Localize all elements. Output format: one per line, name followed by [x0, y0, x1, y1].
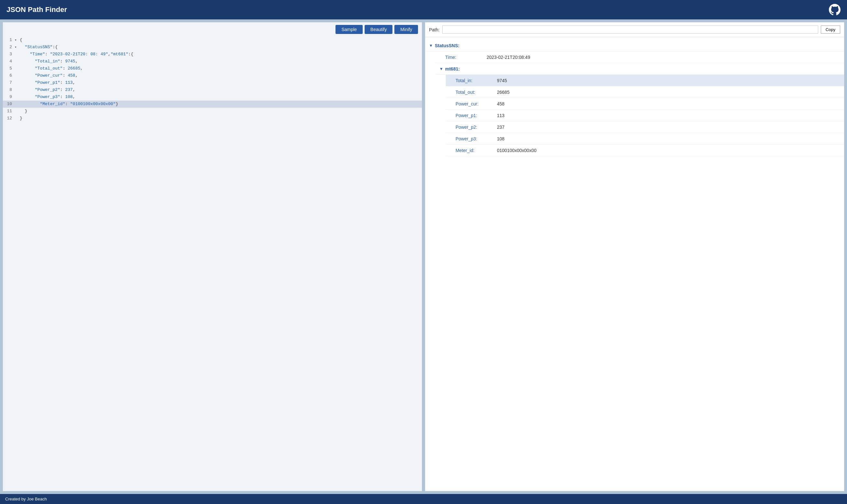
line-number: 12 — [3, 115, 15, 122]
tree-field-row[interactable]: Power_p1:113 — [446, 110, 844, 121]
line-content: { — [20, 37, 422, 44]
tree-value: 9745 — [494, 78, 507, 83]
tree-root-children: Time:2023-02-21T20:08:49▼mt681:Total_in:… — [425, 51, 844, 156]
tree-key: Total_in: — [455, 78, 494, 83]
line-number: 6 — [3, 72, 15, 79]
copy-button[interactable]: Copy — [821, 25, 840, 34]
line-content: } — [20, 115, 422, 122]
line-content: "Time": "2023-02-21T20: 08: 49","mt681":… — [20, 51, 422, 58]
line-number: 2 — [3, 44, 15, 51]
tree-key: Meter_id: — [455, 148, 494, 153]
code-line: 4 "Total_in": 9745, — [3, 58, 422, 65]
main-content: Sample Beautify Minify 1▾{2▾ "StatusSNS"… — [0, 19, 847, 494]
line-number: 10 — [3, 101, 15, 108]
code-line: 11 } — [3, 108, 422, 115]
tree-field-row[interactable]: Power_p2:237 — [446, 121, 844, 133]
line-toggle[interactable]: ▾ — [15, 44, 20, 51]
right-panel: Path: Copy ▼StatusSNS:Time:2023-02-21T20… — [425, 22, 844, 491]
toolbar: Sample Beautify Minify — [3, 22, 422, 37]
tree-field-row[interactable]: Power_p3:108 — [446, 133, 844, 145]
tree-key: Power_p2: — [455, 125, 494, 130]
github-icon[interactable] — [829, 4, 841, 16]
code-line: 10 "Meter_id": "0100100x00x00x00"} — [3, 101, 422, 108]
tree-toggle[interactable]: ▼ — [429, 43, 434, 48]
code-line: 8 "Power_p2": 237, — [3, 86, 422, 93]
code-editor[interactable]: 1▾{2▾ "StatusSNS":{3 "Time": "2023-02-21… — [3, 37, 422, 491]
code-line: 9 "Power_p3": 108, — [3, 93, 422, 101]
json-tree: ▼StatusSNS:Time:2023-02-21T20:08:49▼mt68… — [425, 37, 844, 491]
line-content: "Total_in": 9745, — [20, 58, 422, 65]
line-content: "Power_p2": 237, — [20, 86, 422, 93]
path-bar: Path: Copy — [425, 22, 844, 37]
line-content: } — [20, 108, 422, 115]
code-line: 3 "Time": "2023-02-21T20: 08: 49","mt681… — [3, 51, 422, 58]
line-number: 7 — [3, 79, 15, 86]
sample-button[interactable]: Sample — [336, 25, 362, 34]
app-header: JSON Path Finder — [0, 0, 847, 19]
line-number: 11 — [3, 108, 15, 115]
tree-field-row[interactable]: Total_out:26685 — [446, 86, 844, 98]
line-content: "Meter_id": "0100100x00x00x00"} — [20, 101, 422, 108]
line-content: "Power_cur": 458, — [20, 72, 422, 79]
minify-button[interactable]: Minify — [394, 25, 418, 34]
tree-key: mt681: — [445, 66, 484, 72]
line-content: "StatusSNS":{ — [20, 44, 422, 51]
line-number: 5 — [3, 65, 15, 72]
tree-field-row[interactable]: Meter_id:0100100x00x00x00 — [446, 145, 844, 156]
tree-key: Power_cur: — [455, 101, 494, 106]
left-panel: Sample Beautify Minify 1▾{2▾ "StatusSNS"… — [3, 22, 422, 491]
tree-value: 26685 — [494, 90, 509, 95]
app-title: JSON Path Finder — [6, 5, 67, 14]
tree-key: Total_out: — [455, 90, 494, 95]
tree-key: Power_p1: — [455, 113, 494, 118]
tree-toggle[interactable]: ▼ — [439, 67, 444, 71]
tree-time-row[interactable]: Time:2023-02-21T20:08:49 — [435, 51, 844, 63]
footer-text: Created by Joe Beach — [5, 497, 47, 501]
code-line: 6 "Power_cur": 458, — [3, 72, 422, 79]
code-line: 12} — [3, 115, 422, 122]
tree-value: 108 — [494, 136, 504, 141]
tree-mt681-children: Total_in:9745Total_out:26685Power_cur:45… — [435, 75, 844, 156]
tree-key: Time: — [445, 55, 484, 60]
path-input[interactable] — [442, 25, 818, 34]
line-number: 9 — [3, 93, 15, 101]
tree-key: StatusSNS: — [435, 43, 474, 48]
tree-field-row[interactable]: Total_in:9745 — [446, 75, 844, 86]
tree-value: 0100100x00x00x00 — [494, 148, 536, 153]
code-line: 7 "Power_p1": 113, — [3, 79, 422, 86]
tree-value: 2023-02-21T20:08:49 — [484, 55, 530, 60]
beautify-button[interactable]: Beautify — [365, 25, 393, 34]
tree-key: Power_p3: — [455, 136, 494, 141]
path-label: Path: — [429, 27, 440, 32]
line-number: 3 — [3, 51, 15, 58]
line-toggle[interactable]: ▾ — [15, 37, 20, 44]
line-number: 8 — [3, 86, 15, 93]
footer: Created by Joe Beach — [0, 494, 847, 504]
tree-field-row[interactable]: Power_cur:458 — [446, 98, 844, 110]
tree-value: 458 — [494, 101, 504, 106]
line-content: "Power_p1": 113, — [20, 79, 422, 86]
line-content: "Power_p3": 108, — [20, 93, 422, 101]
tree-root-row[interactable]: ▼StatusSNS: — [425, 40, 844, 51]
line-number: 4 — [3, 58, 15, 65]
tree-value: 237 — [494, 125, 504, 130]
tree-value: 113 — [494, 113, 504, 118]
code-line: 5 "Total_out": 26685, — [3, 65, 422, 72]
tree-mt681-row[interactable]: ▼mt681: — [435, 63, 844, 75]
line-number: 1 — [3, 37, 15, 44]
line-content: "Total_out": 26685, — [20, 65, 422, 72]
code-line: 1▾{ — [3, 37, 422, 44]
code-line: 2▾ "StatusSNS":{ — [3, 44, 422, 51]
